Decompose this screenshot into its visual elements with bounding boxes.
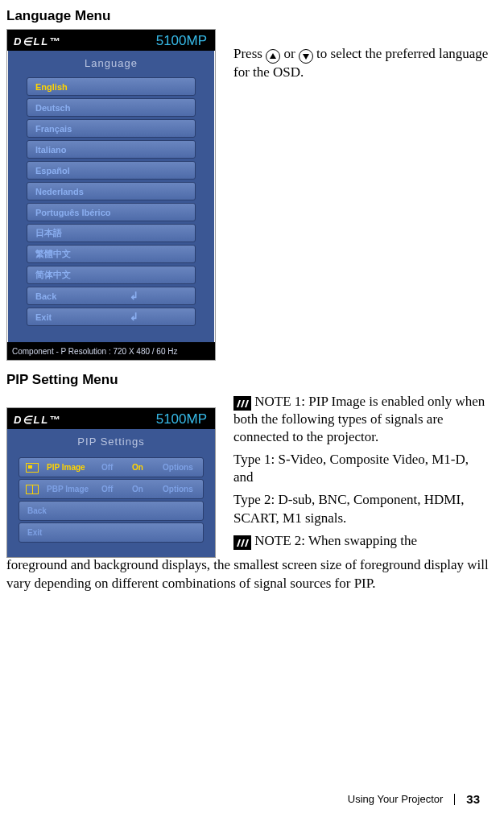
pip-options: Options (163, 463, 195, 472)
footer-separator (454, 794, 455, 805)
pbp-image-row[interactable]: PBP Image Off On Options (19, 479, 204, 499)
osd2-exit-label: Exit (27, 528, 42, 537)
text-part2: or (283, 46, 298, 61)
note1-para: NOTE 1: PIP Image is enabled only when b… (233, 393, 490, 446)
svg-marker-1 (303, 54, 309, 60)
pbp-on: On (132, 485, 155, 493)
note-icon2 (233, 535, 251, 550)
pip-icon (26, 463, 39, 473)
osd-back[interactable]: Back ↲ (27, 287, 196, 305)
pbp-off: Off (101, 485, 124, 493)
pip-on: On (132, 463, 155, 472)
note2-start: NOTE 2: When swapping the (233, 532, 490, 550)
lang-trad-chinese[interactable]: 繁體中文 (27, 245, 196, 263)
osd-footer-status: Component - P Resolution : 720 X 480 / 6… (7, 342, 215, 360)
osd-title: Language (7, 51, 215, 77)
type1-text: Type 1: S-Video, Composite Video, M1-D, … (233, 451, 490, 486)
lang-espanol[interactable]: Español (27, 161, 196, 180)
lang-portugues[interactable]: Português Ibérico (27, 203, 196, 221)
osd-language-list: English Deutsch Français Italiano Españo… (7, 77, 215, 342)
heading-pip-menu: PIP Setting Menu (6, 372, 490, 388)
model-number2: 5100MP (156, 411, 207, 427)
pip-notes: NOTE 1: PIP Image is enabled only when b… (233, 393, 490, 550)
osd-exit[interactable]: Exit ↲ (27, 308, 196, 326)
note2-continued: foreground and background displays, the … (6, 556, 490, 593)
up-arrow-icon (266, 49, 280, 64)
osd2-list: PIP Image Off On Options PBP Image Off O… (7, 456, 215, 557)
exit-arrow-icon: ↲ (130, 311, 138, 323)
osd2-back-label: Back (27, 506, 47, 515)
pip-off: Off (101, 463, 124, 472)
language-instruction: Press or to select the preferred languag… (233, 29, 490, 81)
text-part1: Press (233, 46, 266, 61)
lang-nederlands[interactable]: Nederlands (27, 182, 196, 200)
note-icon (233, 396, 251, 411)
osd-header: D∈LL™ 5100MP (7, 30, 215, 51)
pbp-label: PBP Image (47, 485, 93, 493)
page-footer: Using Your Projector 33 (348, 792, 480, 806)
pip-image-row[interactable]: PIP Image Off On Options (19, 457, 204, 477)
osd2-header: D∈LL™ 5100MP (7, 408, 215, 429)
lang-simp-chinese[interactable]: 简体中文 (27, 266, 196, 284)
osd-pip-settings: D∈LL™ 5100MP PIP Settings PIP Image Off … (6, 407, 216, 558)
osd2-title: PIP Settings (7, 429, 215, 456)
osd-language-menu: D∈LL™ 5100MP Language English Deutsch Fr… (6, 29, 216, 361)
lang-english[interactable]: English (27, 77, 196, 96)
pip-label: PIP Image (47, 463, 93, 472)
pbp-options: Options (163, 485, 195, 493)
osd2-exit[interactable]: Exit (19, 522, 204, 543)
lang-japanese[interactable]: 日本語 (27, 224, 196, 242)
exit-label: Exit (35, 312, 52, 322)
note1-text: NOTE 1: PIP Image is enabled only when b… (233, 394, 485, 444)
pbp-icon (26, 485, 39, 494)
lang-italiano[interactable]: Italiano (27, 140, 196, 159)
svg-marker-0 (270, 53, 276, 59)
model-number: 5100MP (156, 33, 207, 49)
back-arrow-icon: ↲ (130, 290, 138, 302)
section-pip: D∈LL™ 5100MP PIP Settings PIP Image Off … (6, 393, 490, 558)
down-arrow-icon (299, 49, 313, 64)
footer-chapter: Using Your Projector (348, 793, 444, 805)
heading-language-menu: Language Menu (6, 8, 490, 24)
dell-logo2: D∈LL™ (14, 414, 61, 426)
back-label: Back (35, 291, 56, 301)
note2a-text: NOTE 2: When swapping the (251, 533, 417, 548)
lang-deutsch[interactable]: Deutsch (27, 98, 196, 117)
osd2-back[interactable]: Back (19, 501, 204, 521)
section-language: D∈LL™ 5100MP Language English Deutsch Fr… (6, 29, 490, 361)
type2-text: Type 2: D-sub, BNC, Component, HDMI, SCA… (233, 491, 490, 526)
dell-logo: D∈LL™ (14, 35, 61, 47)
page-number: 33 (466, 792, 480, 806)
lang-francais[interactable]: Français (27, 119, 196, 138)
